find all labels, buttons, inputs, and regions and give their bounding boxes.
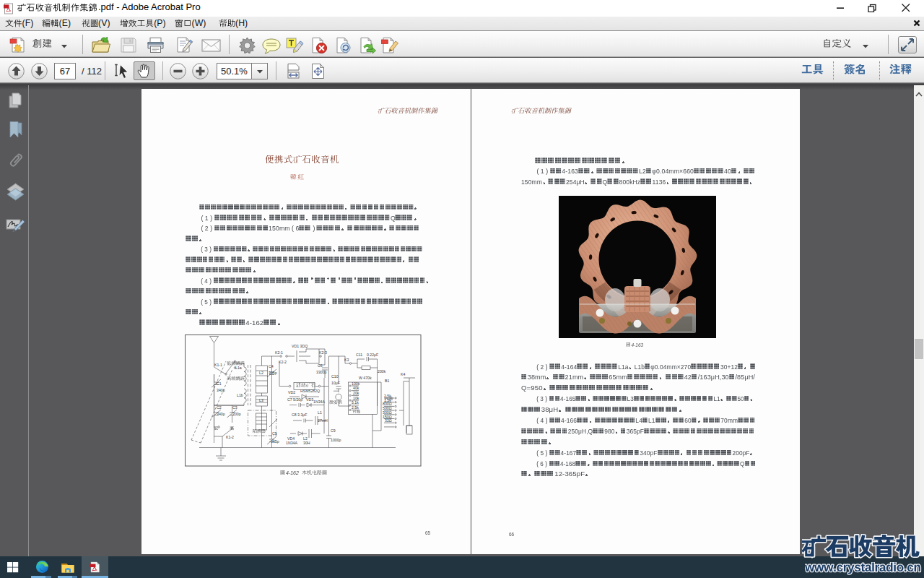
svg-text:L1: L1 bbox=[318, 410, 322, 415]
svg-text:1000p: 1000p bbox=[331, 438, 341, 442]
svg-text:40k: 40k bbox=[353, 386, 359, 390]
svg-text:10μF: 10μF bbox=[331, 381, 340, 385]
svg-text:5.1k: 5.1k bbox=[352, 400, 359, 405]
svg-text:C7 5/20p: C7 5/20p bbox=[287, 397, 302, 402]
svg-text:HSM5282Q: HSM5282Q bbox=[300, 389, 320, 393]
svg-text:365p: 365p bbox=[271, 439, 279, 444]
svg-text:VD2: VD2 bbox=[288, 390, 295, 394]
svg-text:VD3: VD3 bbox=[306, 397, 313, 402]
svg-text:K1-1: K1-1 bbox=[214, 363, 222, 367]
svg-text:30H: 30H bbox=[303, 441, 310, 445]
svg-text:3300p: 3300p bbox=[316, 370, 327, 374]
svg-text:C2: C2 bbox=[217, 405, 222, 410]
svg-text:K2-1: K2-1 bbox=[275, 350, 283, 355]
svg-text:20k: 20k bbox=[353, 391, 359, 395]
svg-text:L1b: L1b bbox=[237, 393, 243, 397]
svg-text:200k: 200k bbox=[378, 369, 386, 374]
svg-text:K4: K4 bbox=[401, 372, 405, 376]
svg-text:L2: L2 bbox=[259, 371, 263, 375]
svg-text:K3: K3 bbox=[344, 358, 349, 362]
svg-text:340p: 340p bbox=[217, 388, 225, 392]
svg-text:200p: 200p bbox=[232, 412, 241, 416]
svg-text:B1: B1 bbox=[385, 379, 389, 383]
svg-text:C6: C6 bbox=[318, 363, 323, 368]
svg-text:0.22μF: 0.22μF bbox=[367, 353, 378, 357]
svg-text:K1-2: K1-2 bbox=[226, 435, 234, 439]
svg-text:K2-3: K2-3 bbox=[319, 350, 327, 355]
svg-text:1N34A: 1N34A bbox=[286, 441, 297, 445]
svg-text:C11: C11 bbox=[356, 353, 362, 357]
svg-text:365p: 365p bbox=[269, 371, 277, 375]
svg-text:C8 3.3μF: C8 3.3μF bbox=[292, 413, 307, 417]
svg-text:32Ω: 32Ω bbox=[385, 418, 392, 423]
svg-text:C4: C4 bbox=[269, 364, 274, 368]
svg-text:C3: C3 bbox=[232, 405, 237, 410]
svg-text:C10: C10 bbox=[331, 374, 339, 379]
svg-text:VD1 3DQ: VD1 3DQ bbox=[292, 344, 308, 348]
svg-text:C1: C1 bbox=[217, 381, 222, 386]
svg-text:C5: C5 bbox=[272, 431, 277, 436]
svg-text:L3: L3 bbox=[259, 398, 263, 402]
svg-text:C9: C9 bbox=[331, 428, 336, 433]
svg-text:340p: 340p bbox=[217, 412, 225, 416]
svg-text:27mH: 27mH bbox=[318, 418, 328, 423]
svg-text:W 470k: W 470k bbox=[359, 376, 372, 380]
svg-text:1N34A: 1N34A bbox=[313, 400, 325, 404]
svg-text:K2-2: K2-2 bbox=[279, 360, 287, 364]
